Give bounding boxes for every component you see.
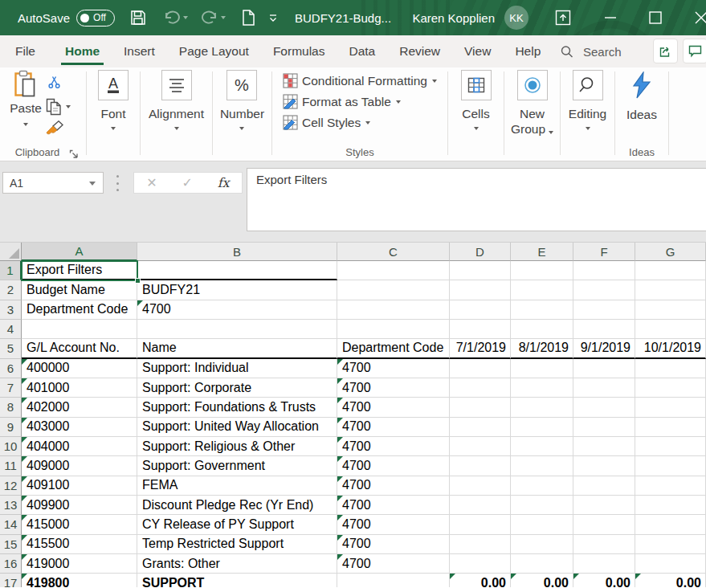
ribbon-display-options-button[interactable] xyxy=(545,0,581,35)
cell-C15[interactable]: 4700 xyxy=(337,535,450,554)
row-header-9[interactable]: 9 xyxy=(0,418,22,437)
cell-F15[interactable] xyxy=(573,535,635,554)
cell-B7[interactable]: Support: Corporate xyxy=(137,378,337,398)
cell-D17[interactable]: 0.00 xyxy=(450,574,511,587)
cancel-button[interactable]: ✕ xyxy=(146,175,157,190)
cell-A15[interactable]: 415500 xyxy=(22,535,137,554)
cell-D6[interactable] xyxy=(450,359,511,378)
cell-F13[interactable] xyxy=(573,496,635,515)
cell-D3[interactable] xyxy=(450,300,511,320)
cell-A8[interactable]: 402000 xyxy=(22,398,137,417)
cell-D7[interactable] xyxy=(450,378,511,398)
cell-F10[interactable] xyxy=(573,437,635,456)
tab-file[interactable]: File xyxy=(14,35,37,67)
cell-B6[interactable]: Support: Individual xyxy=(137,359,337,378)
row-header-6[interactable]: 6 xyxy=(0,359,22,378)
cell-A2[interactable]: Budget Name xyxy=(22,280,137,300)
cell-G14[interactable] xyxy=(635,515,706,534)
paste-button[interactable]: Paste xyxy=(6,70,45,141)
cell-E8[interactable] xyxy=(511,398,573,417)
row-header-10[interactable]: 10 xyxy=(0,437,22,456)
cell-A4[interactable] xyxy=(22,320,137,339)
cell-F9[interactable] xyxy=(573,418,635,437)
cell-E16[interactable] xyxy=(511,554,573,574)
column-header-A[interactable]: A xyxy=(22,243,137,261)
cell-D14[interactable] xyxy=(450,515,511,534)
cell-A3[interactable]: Department Code xyxy=(22,300,137,320)
cell-F2[interactable] xyxy=(573,280,635,300)
cell-B14[interactable]: CY Release of PY Support xyxy=(137,515,337,534)
row-header-3[interactable]: 3 xyxy=(0,300,22,320)
comments-button[interactable] xyxy=(683,39,706,63)
alignment-group-button[interactable]: Alignment xyxy=(149,67,204,130)
cell-E4[interactable] xyxy=(511,320,573,339)
tab-home[interactable]: Home xyxy=(63,35,101,67)
cell-E11[interactable] xyxy=(511,456,573,476)
cell-B4[interactable] xyxy=(137,320,337,339)
cell-E3[interactable] xyxy=(511,300,573,320)
minimize-button[interactable] xyxy=(593,0,628,35)
cell-E5[interactable]: 8/1/2019 xyxy=(511,339,573,358)
cell-C1[interactable] xyxy=(337,261,450,280)
tab-formulas[interactable]: Formulas xyxy=(271,35,327,67)
cell-B16[interactable]: Grants: Other xyxy=(137,554,337,574)
cell-F8[interactable] xyxy=(573,398,635,417)
row-header-12[interactable]: 12 xyxy=(0,476,22,496)
cell-D16[interactable] xyxy=(450,554,511,574)
cell-E14[interactable] xyxy=(511,515,573,534)
cell-F11[interactable] xyxy=(573,456,635,476)
cell-G9[interactable] xyxy=(635,418,706,437)
cut-button[interactable] xyxy=(47,76,61,89)
cell-B8[interactable]: Support: Foundations & Trusts xyxy=(137,398,337,417)
cell-A11[interactable]: 409000 xyxy=(22,456,137,476)
cell-A12[interactable]: 409100 xyxy=(22,476,137,496)
cell-D2[interactable] xyxy=(450,280,511,300)
cell-D1[interactable] xyxy=(450,261,511,280)
cell-C16[interactable]: 4700 xyxy=(337,554,450,574)
cell-F12[interactable] xyxy=(573,476,635,496)
row-header-1[interactable]: 1 xyxy=(0,261,22,280)
cell-C13[interactable]: 4700 xyxy=(337,496,450,515)
cell-E12[interactable] xyxy=(511,476,573,496)
cell-C7[interactable]: 4700 xyxy=(337,378,450,398)
cell-B15[interactable]: Temp Restricted Support xyxy=(137,535,337,554)
cell-B5[interactable]: Name xyxy=(137,339,337,358)
editing-group-button[interactable]: Editing xyxy=(569,67,606,130)
column-header-G[interactable]: G xyxy=(635,243,706,261)
cell-G5[interactable]: 10/1/2019 xyxy=(635,339,706,358)
cell-F17[interactable]: 0.00 xyxy=(573,574,635,587)
row-header-11[interactable]: 11 xyxy=(0,456,22,476)
cell-C8[interactable]: 4700 xyxy=(337,398,450,417)
tab-insert[interactable]: Insert xyxy=(122,35,157,67)
cell-styles-button[interactable]: Cell Styles xyxy=(283,115,370,130)
cell-A1[interactable]: Export Filters xyxy=(22,261,137,280)
cells-group-button[interactable]: Cells xyxy=(461,67,492,130)
cell-D4[interactable] xyxy=(450,320,511,339)
cell-F3[interactable] xyxy=(573,300,635,320)
formula-bar-resize-handle[interactable] xyxy=(115,175,120,191)
cell-G1[interactable] xyxy=(635,261,706,280)
enter-button[interactable]: ✓ xyxy=(182,175,193,190)
cell-A9[interactable]: 403000 xyxy=(22,418,137,437)
cell-D9[interactable] xyxy=(450,418,511,437)
number-group-button[interactable]: % Number xyxy=(220,67,264,130)
row-header-16[interactable]: 16 xyxy=(0,554,22,574)
insert-function-button[interactable]: fx xyxy=(218,175,230,190)
search-box[interactable]: Search xyxy=(560,35,622,67)
cell-G4[interactable] xyxy=(635,320,706,339)
clipboard-dialog-launcher[interactable] xyxy=(69,148,79,157)
cell-A5[interactable]: G/L Account No. xyxy=(22,339,137,358)
maximize-button[interactable] xyxy=(638,0,673,35)
cell-A14[interactable]: 415000 xyxy=(22,515,137,534)
row-header-15[interactable]: 15 xyxy=(0,535,22,554)
share-button[interactable] xyxy=(653,39,678,63)
tab-page-layout[interactable]: Page Layout xyxy=(178,35,251,67)
cell-E15[interactable] xyxy=(511,535,573,554)
cell-G6[interactable] xyxy=(635,359,706,378)
cell-A16[interactable]: 419000 xyxy=(22,554,137,574)
column-header-B[interactable]: B xyxy=(137,243,337,261)
tab-review[interactable]: Review xyxy=(398,35,442,67)
cell-C11[interactable]: 4700 xyxy=(337,456,450,476)
column-header-F[interactable]: F xyxy=(573,243,635,261)
cell-C3[interactable] xyxy=(337,300,450,320)
